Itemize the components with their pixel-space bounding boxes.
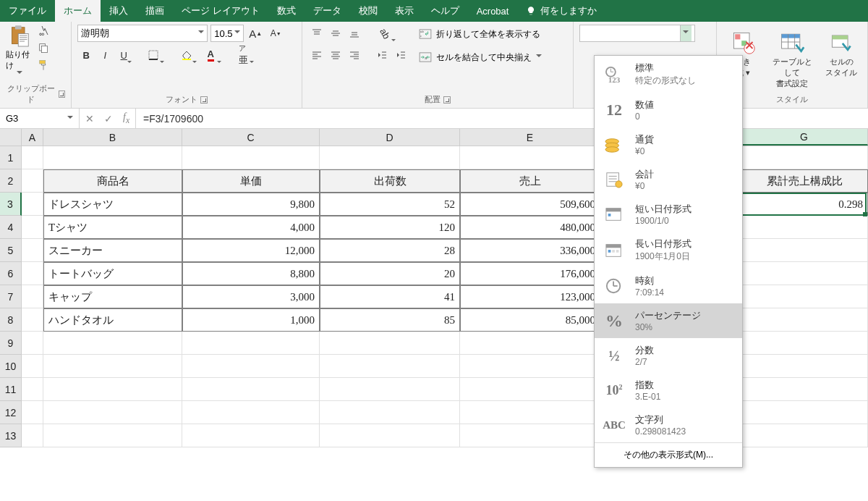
name-box[interactable]: G3 — [0, 109, 80, 128]
cell[interactable] — [741, 332, 868, 355]
cell[interactable] — [182, 146, 320, 169]
cell[interactable] — [22, 169, 43, 193]
format-painter-icon[interactable] — [38, 59, 49, 71]
cell[interactable] — [43, 378, 182, 401]
cell[interactable]: 336,000 — [460, 239, 600, 262]
decrease-indent-button[interactable] — [373, 46, 391, 64]
cell[interactable] — [22, 332, 43, 355]
align-middle-button[interactable] — [327, 25, 344, 42]
cell[interactable] — [741, 285, 868, 308]
row-header[interactable]: 12 — [0, 401, 22, 424]
align-right-button[interactable] — [346, 46, 363, 64]
row-header[interactable]: 13 — [0, 424, 22, 447]
fx-icon[interactable]: fx — [123, 111, 129, 125]
numfmt-option-accounting[interactable]: 会計¥0 — [595, 162, 742, 197]
cell[interactable]: スニーカー — [43, 239, 182, 262]
cell[interactable] — [43, 401, 182, 424]
cell[interactable]: Tシャツ — [43, 216, 182, 239]
cell[interactable] — [741, 378, 868, 401]
cell[interactable]: ハンドタオル — [43, 308, 182, 332]
cell[interactable]: 176,000 — [460, 262, 600, 285]
cell[interactable] — [182, 355, 320, 378]
cell[interactable] — [182, 332, 320, 355]
row-header[interactable]: 7 — [0, 285, 22, 308]
cell[interactable]: 単価 — [182, 169, 320, 193]
cell[interactable] — [182, 424, 320, 447]
cell[interactable] — [741, 239, 868, 262]
cell[interactable] — [22, 285, 43, 308]
cell[interactable] — [320, 378, 460, 401]
cell[interactable]: 509,600 — [460, 193, 600, 216]
cell[interactable] — [43, 424, 182, 447]
cell[interactable] — [460, 355, 600, 378]
numfmt-option-number[interactable]: 12数値0 — [595, 93, 742, 127]
tab-page-layout[interactable]: ページ レイアウト — [173, 0, 268, 22]
row-header[interactable]: 10 — [0, 355, 22, 378]
cell[interactable]: 4,000 — [182, 216, 320, 239]
increase-font-button[interactable]: A▲ — [247, 25, 264, 42]
align-center-button[interactable] — [327, 46, 344, 64]
tab-help[interactable]: ヘルプ — [422, 0, 468, 22]
cell[interactable] — [22, 424, 43, 447]
row-header[interactable]: 2 — [0, 169, 22, 193]
dialog-launcher-icon[interactable] — [59, 90, 65, 98]
orientation-button[interactable]: ab — [373, 25, 396, 42]
increase-indent-button[interactable] — [392, 46, 409, 64]
col-header-D[interactable]: D — [320, 129, 460, 146]
col-header-E[interactable]: E — [460, 129, 600, 146]
cell[interactable] — [741, 216, 868, 239]
row-header[interactable]: 8 — [0, 308, 22, 332]
cell[interactable] — [320, 401, 460, 424]
cell[interactable] — [22, 216, 43, 239]
tab-insert[interactable]: 挿入 — [101, 0, 137, 22]
numfmt-option-text[interactable]: ABC文字列0.298081423 — [595, 408, 742, 442]
numfmt-option-general[interactable]: 123標準特定の形式なし — [595, 56, 742, 93]
paste-button[interactable]: 貼り付け — [6, 25, 33, 77]
row-header[interactable]: 5 — [0, 239, 22, 262]
cell[interactable]: キャップ — [43, 285, 182, 308]
copy-icon[interactable] — [38, 42, 49, 54]
cell[interactable] — [22, 308, 43, 332]
numfmt-option-percent[interactable]: %パーセンテージ30% — [595, 303, 742, 338]
formula-input[interactable]: =F3/1709600 — [136, 109, 868, 128]
tab-review[interactable]: 校閲 — [350, 0, 386, 22]
align-top-button[interactable] — [308, 25, 326, 42]
cell[interactable]: 41 — [320, 285, 460, 308]
merge-center-button[interactable]: a セルを結合して中央揃え — [414, 48, 547, 67]
cell[interactable]: 123,000 — [460, 285, 600, 308]
cell[interactable] — [22, 378, 43, 401]
font-size-select[interactable]: 10.5 — [210, 25, 244, 42]
row-header[interactable]: 1 — [0, 146, 22, 169]
cell[interactable] — [182, 378, 320, 401]
cell[interactable] — [320, 146, 460, 169]
cell[interactable]: 累計売上構成比 — [741, 169, 868, 193]
tab-acrobat[interactable]: Acrobat — [468, 0, 518, 22]
cell-G3[interactable]: 0.298 — [741, 193, 868, 216]
cell[interactable] — [460, 332, 600, 355]
cell[interactable]: 480,000 — [460, 216, 600, 239]
underline-button[interactable]: U — [115, 46, 132, 64]
cell[interactable] — [43, 355, 182, 378]
dialog-launcher-icon[interactable] — [443, 96, 451, 104]
cell[interactable]: 85 — [320, 308, 460, 332]
cell[interactable] — [22, 262, 43, 285]
col-header-A[interactable]: A — [22, 129, 43, 146]
numfmt-option-date-short[interactable]: 短い日付形式1900/1/0 — [595, 197, 742, 232]
cell[interactable]: 12,000 — [182, 239, 320, 262]
numfmt-option-currency[interactable]: 通貨¥0 — [595, 127, 742, 162]
font-name-select[interactable]: 游明朝 — [77, 25, 208, 42]
tab-draw[interactable]: 描画 — [137, 0, 173, 22]
numfmt-option-time[interactable]: 時刻7:09:14 — [595, 269, 742, 303]
row-header[interactable]: 3 — [0, 193, 22, 216]
numfmt-option-fraction[interactable]: ½分数2/7 — [595, 338, 742, 373]
border-button[interactable] — [142, 46, 165, 64]
tell-me[interactable]: 何をしますか — [526, 0, 597, 22]
cell[interactable]: 120 — [320, 216, 460, 239]
select-all-corner[interactable] — [0, 129, 22, 146]
cell[interactable] — [460, 424, 600, 447]
cell[interactable]: 85,000 — [460, 308, 600, 332]
tab-formulas[interactable]: 数式 — [268, 0, 305, 22]
numfmt-option-date-long[interactable]: 長い日付形式1900年1月0日 — [595, 232, 742, 269]
cancel-formula-icon[interactable]: ✕ — [85, 113, 94, 125]
cell[interactable]: 商品名 — [43, 169, 182, 193]
